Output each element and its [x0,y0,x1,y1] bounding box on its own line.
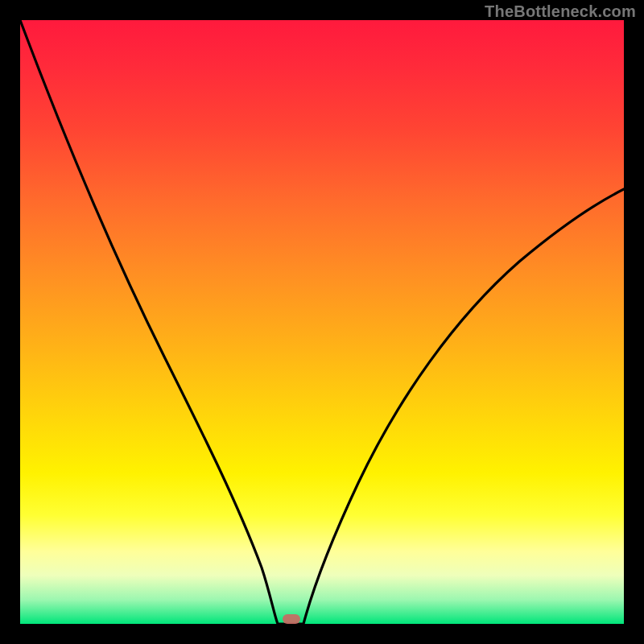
curve-path [20,20,624,624]
chart-frame: TheBottleneck.com [0,0,644,644]
plot-area [20,20,624,624]
watermark-text: TheBottleneck.com [485,2,636,21]
min-marker [283,614,300,624]
bottleneck-curve [20,20,624,624]
